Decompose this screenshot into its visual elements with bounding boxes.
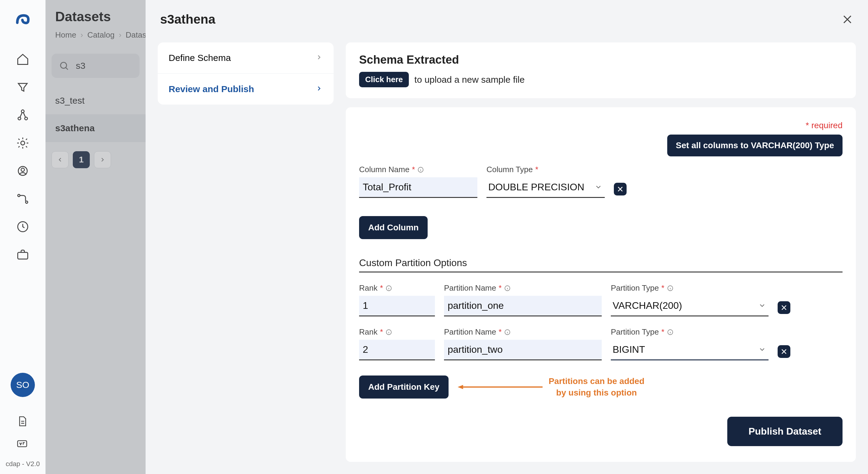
version-label: cdap - V2.0	[6, 460, 40, 468]
partition-row: Rank * Partition Name * Partition Type *	[359, 327, 842, 360]
user-avatar[interactable]: SO	[11, 373, 35, 397]
schema-extracted-card: Schema Extracted Click here to upload a …	[346, 42, 856, 98]
column-type-label: Column Type*	[487, 165, 605, 174]
schema-extracted-heading: Schema Extracted	[359, 53, 842, 66]
step-label: Define Schema	[168, 53, 231, 63]
partition-type-label: Partition Type *	[611, 283, 769, 293]
info-icon	[385, 329, 392, 336]
delete-partition-button[interactable]	[778, 301, 790, 314]
info-icon	[504, 285, 511, 292]
delete-column-button[interactable]	[614, 183, 627, 196]
info-icon	[385, 285, 392, 292]
alerts-icon[interactable]	[16, 164, 29, 178]
close-button[interactable]	[841, 13, 854, 26]
svg-point-3	[21, 141, 25, 145]
partition-type-select[interactable]: BIGINT	[611, 340, 769, 360]
column-row: Column Name* Column Type* DOUBLE PRECISI…	[359, 165, 842, 198]
briefcase-icon[interactable]	[16, 248, 29, 261]
partition-name-input[interactable]	[444, 340, 602, 360]
chevron-right-icon	[315, 84, 323, 94]
column-name-label: Column Name*	[359, 165, 477, 174]
partition-type-label: Partition Type *	[611, 327, 769, 337]
flow-icon[interactable]	[16, 192, 29, 205]
upload-hint-text: to upload a new sample file	[414, 74, 525, 85]
annotation-arrow: Partitions can be added by using this op…	[458, 375, 645, 399]
language-icon[interactable]	[16, 438, 29, 451]
upload-sample-button[interactable]: Click here	[359, 72, 409, 87]
info-icon	[667, 329, 674, 336]
gear-icon[interactable]	[16, 136, 29, 150]
partition-row: Rank * Partition Name * Partition Type *	[359, 283, 842, 316]
column-type-select[interactable]: DOUBLE PRECISION	[487, 177, 605, 198]
home-icon[interactable]	[16, 53, 29, 66]
step-label: Review and Publish	[168, 84, 254, 94]
app-logo	[14, 9, 32, 27]
document-icon[interactable]	[16, 415, 29, 429]
modal-title: s3athena	[160, 12, 215, 27]
svg-point-5	[21, 168, 25, 172]
column-name-input[interactable]	[359, 177, 477, 198]
partition-section-title: Custom Partition Options	[359, 257, 842, 272]
info-icon	[417, 166, 424, 173]
partition-name-label: Partition Name *	[444, 283, 602, 293]
add-partition-button[interactable]: Add Partition Key	[359, 375, 448, 399]
info-icon	[504, 329, 511, 336]
schema-form-card: * required Set all columns to VARCHAR(20…	[346, 107, 856, 462]
svg-point-7	[26, 201, 28, 203]
rank-input[interactable]	[359, 340, 435, 360]
annotation-text: Partitions can be added by using this op…	[549, 375, 645, 399]
step-define-schema[interactable]: Define Schema	[158, 42, 334, 73]
svg-marker-20	[458, 385, 463, 389]
filter-icon[interactable]	[16, 80, 29, 94]
add-column-button[interactable]: Add Column	[359, 216, 428, 239]
chevron-right-icon	[315, 53, 323, 63]
partition-name-input[interactable]	[444, 296, 602, 316]
nav-rail: SO cdap - V2.0	[0, 0, 45, 474]
dataset-modal: s3athena Define Schema Review and Publis…	[146, 0, 868, 474]
partition-type-select[interactable]: VARCHAR(200)	[611, 296, 769, 316]
set-all-varchar-button[interactable]: Set all columns to VARCHAR(200) Type	[667, 135, 842, 157]
graph-icon[interactable]	[16, 108, 29, 122]
avatar-initials: SO	[16, 380, 29, 390]
svg-rect-10	[18, 441, 27, 447]
rank-label: Rank *	[359, 327, 435, 337]
rank-input[interactable]	[359, 296, 435, 316]
required-hint: * required	[806, 121, 842, 130]
publish-dataset-button[interactable]: Publish Dataset	[727, 417, 842, 446]
partition-name-label: Partition Name *	[444, 327, 602, 337]
rank-label: Rank *	[359, 283, 435, 293]
svg-point-6	[18, 194, 20, 196]
wizard-steps: Define Schema Review and Publish	[158, 42, 334, 105]
clock-icon[interactable]	[16, 220, 29, 233]
delete-partition-button[interactable]	[778, 345, 790, 358]
info-icon	[667, 285, 674, 292]
step-review-publish[interactable]: Review and Publish	[158, 73, 334, 105]
modal-header: s3athena	[146, 0, 868, 39]
svg-rect-9	[18, 252, 28, 259]
